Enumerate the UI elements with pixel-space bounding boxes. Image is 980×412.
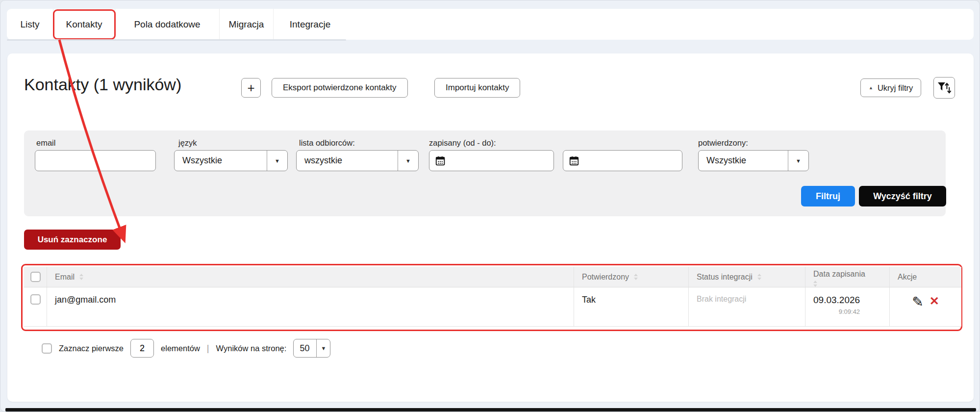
column-label: Data zapisania [813,270,865,279]
column-label: Potwierdzony [582,273,629,282]
elements-label: elementów [161,344,200,353]
contact-email: jan@gmail.com [55,295,116,305]
hide-filters-button[interactable]: ▲ Ukryj filtry [860,78,921,97]
row-checkbox[interactable] [30,294,41,305]
column-label: Akcje [898,273,917,282]
table-annotation-box: Email Potwierdzony Status integracji Dat… [21,264,962,331]
hide-filters-label: Ukryj filtry [878,83,913,93]
signup-time: 9:09:42 [839,308,860,315]
column-label: Email [55,273,75,282]
caret-down-icon[interactable]: ▼ [398,151,418,171]
language-select[interactable]: Wszystkie ▼ [174,150,288,171]
row-date-cell: 09.03.2026 9:09:42 [805,287,890,326]
filter-sort-button[interactable] [933,77,955,99]
tab-pola-dodatkowe[interactable]: Pola dodatkowe [115,9,219,40]
table-header-row: Email Potwierdzony Status integracji Dat… [24,267,961,287]
recipient-list-select[interactable]: wszystkie ▼ [296,150,419,171]
tab-migracja[interactable]: Migracja [219,9,273,40]
date-to-input[interactable] [579,151,682,171]
table-row: jan@gmail.com Tak Brak integracji 09.03.… [24,287,961,327]
confirmed-value: Tak [582,295,596,305]
signup-date: 09.03.2026 [813,295,860,306]
column-header-potwierdzony[interactable]: Potwierdzony [574,267,689,287]
language-filter-label: język [178,138,197,148]
tab-kontakty[interactable]: Kontakty [53,9,115,40]
date-to-box [563,150,682,171]
caret-down-icon[interactable]: ▼ [267,151,287,171]
confirmed-select-value: Wszystkie [699,155,788,166]
export-confirmed-button[interactable]: Eksport potwierdzone kontakty [272,78,408,98]
column-header-data-zapisania[interactable]: Data zapisania [805,267,890,287]
email-filter-label: email [36,138,55,148]
column-label: Status integracji [697,273,753,282]
clear-filters-button[interactable]: Wyczyść filtry [859,186,946,206]
date-range-label: zapisany (od - do): [429,138,496,148]
list-filter-label: lista odbiorców: [299,138,355,148]
date-from-input[interactable] [446,151,553,171]
bottom-edge-bar [5,408,976,412]
filter-panel: email język Wszystkie ▼ lista odbiorców:… [24,130,946,216]
row-confirmed-cell: Tak [574,287,689,326]
nav-underline [7,39,346,41]
date-from-box [429,150,554,171]
top-nav: Listy Kontakty Pola dodatkowe Migracja I… [7,9,974,40]
pagination-bar: Zaznacz pierwsze elementów | Wyników na … [42,339,330,358]
row-actions-cell: ✎ ✕ [890,287,961,326]
caret-down-icon[interactable]: ▼ [788,151,808,171]
caret-down-icon[interactable]: ▼ [316,339,330,357]
per-page-label: Wyników na stronę: [216,344,287,353]
per-page-select[interactable]: 50 ▼ [293,339,330,358]
sort-icon[interactable] [634,274,638,280]
tab-listy[interactable]: Listy [7,9,53,40]
divider: | [207,343,209,354]
app-window: Listy Kontakty Pola dodatkowe Migracja I… [0,0,980,412]
sort-icon[interactable] [757,274,761,280]
sort-icon[interactable] [79,274,83,280]
row-integration-cell: Brak integracji [689,287,805,326]
language-select-value: Wszystkie [175,155,267,166]
calendar-icon[interactable] [435,154,446,167]
caret-up-icon: ▲ [869,85,873,90]
integration-status: Brak integracji [697,295,746,304]
select-all-checkbox[interactable] [30,272,41,282]
import-contacts-button[interactable]: Importuj kontakty [434,78,520,98]
per-page-value: 50 [294,343,316,354]
select-first-count-input[interactable] [130,339,154,358]
row-email-cell: jan@gmail.com [47,287,574,326]
tab-integracje[interactable]: Integracje [273,9,347,40]
page-title: Kontakty (1 wyników) [24,75,181,94]
email-filter-box [35,150,156,171]
select-first-checkbox[interactable] [42,343,52,354]
column-header-email[interactable]: Email [47,267,574,287]
add-contact-button[interactable]: + [241,78,261,98]
select-all-cell [24,267,47,287]
recipient-list-select-value: wszystkie [297,155,398,166]
select-first-label: Zaznacz pierwsze [59,344,124,353]
edit-pencil-icon[interactable]: ✎ [912,295,923,309]
sort-icon[interactable] [813,281,865,287]
filter-button[interactable]: Filtruj [801,186,855,206]
calendar-icon[interactable] [569,154,579,167]
column-header-akcje: Akcje [890,267,961,287]
confirmed-filter-label: potwierdzony: [698,138,748,148]
delete-x-icon[interactable]: ✕ [930,295,939,307]
contacts-table: Email Potwierdzony Status integracji Dat… [24,267,961,327]
delete-selected-button[interactable]: Usuń zaznaczone [24,230,121,250]
confirmed-select[interactable]: Wszystkie ▼ [698,150,809,171]
funnel-sort-icon [937,80,952,95]
column-header-status-integracji[interactable]: Status integracji [689,267,805,287]
email-filter-input[interactable] [35,151,155,171]
main-card: Kontakty (1 wyników) + Eksport potwierdz… [7,53,974,402]
row-checkbox-cell [24,287,47,326]
